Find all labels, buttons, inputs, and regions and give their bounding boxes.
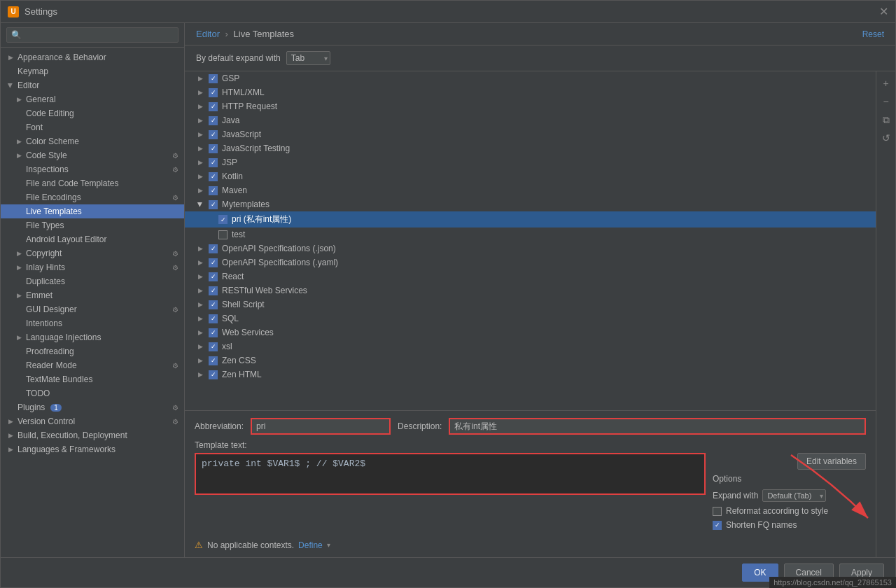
define-link[interactable]: Define xyxy=(298,540,323,550)
checkbox-zen-html[interactable] xyxy=(209,370,218,379)
tl-group-jst[interactable]: ▶ JavaScript Testing xyxy=(185,141,876,155)
tl-label-xsl: xsl xyxy=(222,342,232,351)
checkbox-maven[interactable] xyxy=(209,186,218,195)
checkbox-restful[interactable] xyxy=(209,286,218,295)
sidebar-item-file-code-templates[interactable]: File and Code Templates xyxy=(1,176,184,190)
checkbox-xsl[interactable] xyxy=(209,342,218,351)
checkbox-js[interactable] xyxy=(209,130,218,139)
expand-with-select-wrapper: Tab Enter Space xyxy=(286,51,330,65)
sidebar-item-keymap[interactable]: Keymap xyxy=(1,64,184,78)
search-input[interactable] xyxy=(6,27,178,43)
checkbox-test[interactable] xyxy=(218,230,227,239)
checkbox-webservices[interactable] xyxy=(209,328,218,337)
reformat-checkbox[interactable] xyxy=(713,507,722,516)
tl-group-react[interactable]: ▶ React xyxy=(185,270,876,284)
sidebar-item-gui-designer[interactable]: GUI Designer ⚙ xyxy=(1,302,184,316)
sidebar-item-textmate[interactable]: TextMate Bundles xyxy=(1,372,184,386)
tl-group-html[interactable]: ▶ HTML/XML xyxy=(185,85,876,99)
tl-group-js[interactable]: ▶ JavaScript xyxy=(185,127,876,141)
sidebar-item-intentions[interactable]: Intentions xyxy=(1,316,184,330)
sidebar-item-label: Keymap xyxy=(18,66,48,76)
sidebar-item-appearance[interactable]: ▶ Appearance & Behavior xyxy=(1,50,184,64)
abbreviation-input[interactable] xyxy=(251,418,391,435)
checkbox-java[interactable] xyxy=(209,116,218,125)
tree-arrow-font xyxy=(15,123,23,132)
sidebar-item-live-templates[interactable]: Live Templates xyxy=(1,204,184,218)
tl-group-jsp[interactable]: ▶ JSP xyxy=(185,155,876,169)
sidebar-item-label: Inspections xyxy=(26,164,69,174)
sidebar-item-version-control[interactable]: ▶ Version Control ⚙ xyxy=(1,414,184,428)
checkbox-html[interactable] xyxy=(209,88,218,97)
tl-item-pri[interactable]: pri (私有int属性) xyxy=(185,211,876,227)
tl-group-http[interactable]: ▶ HTTP Request xyxy=(185,99,876,113)
sidebar-item-inspections[interactable]: Inspections ⚙ xyxy=(1,162,184,176)
breadcrumb-parent[interactable]: Editor xyxy=(196,29,220,39)
sidebar-item-label: Duplicates xyxy=(26,276,65,286)
close-button[interactable]: ✕ xyxy=(879,5,888,18)
reset-button[interactable]: Reset xyxy=(862,29,884,39)
tl-group-zen-html[interactable]: ▶ Zen HTML xyxy=(185,368,876,382)
sidebar-item-reader-mode[interactable]: Reader Mode ⚙ xyxy=(1,358,184,372)
sidebar-item-color-scheme[interactable]: ▶ Color Scheme xyxy=(1,134,184,148)
checkbox-http[interactable] xyxy=(209,102,218,111)
sidebar-item-proofreading[interactable]: Proofreading xyxy=(1,344,184,358)
checkbox-pri[interactable] xyxy=(218,215,227,224)
sidebar-item-build[interactable]: ▶ Build, Execution, Deployment xyxy=(1,428,184,442)
expand-with-options-select[interactable]: Default (Tab) Tab Enter xyxy=(762,489,826,502)
tl-group-openapi-json[interactable]: ▶ OpenAPI Specifications (.json) xyxy=(185,241,876,255)
checkbox-gsp[interactable] xyxy=(209,74,218,83)
expand-with-select[interactable]: Tab Enter Space xyxy=(286,51,330,65)
tl-group-shell[interactable]: ▶ Shell Script xyxy=(185,298,876,312)
checkbox-jsp[interactable] xyxy=(209,158,218,167)
tl-group-sql[interactable]: ▶ SQL xyxy=(185,312,876,326)
remove-template-button[interactable]: − xyxy=(878,94,894,109)
checkbox-jst[interactable] xyxy=(209,144,218,153)
tl-group-webservices[interactable]: ▶ Web Services xyxy=(185,326,876,340)
tl-group-zen-css[interactable]: ▶ Zen CSS xyxy=(185,354,876,368)
checkbox-mytemplates[interactable] xyxy=(209,200,218,209)
tl-group-openapi-yaml[interactable]: ▶ OpenAPI Specifications (.yaml) xyxy=(185,255,876,270)
tl-group-kotlin[interactable]: ▶ Kotlin xyxy=(185,169,876,183)
tl-group-xsl[interactable]: ▶ xsl xyxy=(185,340,876,354)
edit-variables-button[interactable]: Edit variables xyxy=(797,453,866,470)
sidebar-item-language-injections[interactable]: ▶ Language Injections xyxy=(1,330,184,344)
sidebar-item-file-encodings[interactable]: File Encodings ⚙ xyxy=(1,190,184,204)
sidebar-item-copyright[interactable]: ▶ Copyright ⚙ xyxy=(1,246,184,260)
tl-label-openapi-json: OpenAPI Specifications (.json) xyxy=(222,244,336,253)
checkbox-sql[interactable] xyxy=(209,314,218,323)
sidebar-item-file-types[interactable]: File Types xyxy=(1,218,184,232)
sidebar-item-android-layout[interactable]: Android Layout Editor xyxy=(1,232,184,246)
copy-template-button[interactable]: ⧉ xyxy=(878,112,894,127)
sidebar-item-code-style[interactable]: ▶ Code Style ⚙ xyxy=(1,148,184,162)
sidebar-item-inlay-hints[interactable]: ▶ Inlay Hints ⚙ xyxy=(1,260,184,274)
checkbox-openapi-yaml[interactable] xyxy=(209,258,218,267)
restore-template-button[interactable]: ↺ xyxy=(878,130,894,146)
checkbox-zen-css[interactable] xyxy=(209,356,218,365)
shorten-row: Shorten FQ names xyxy=(713,520,866,530)
main-layout: ▶ Appearance & Behavior Keymap ▶ Editor … xyxy=(1,23,895,557)
tl-item-test[interactable]: test xyxy=(185,227,876,241)
tl-group-mytemplates[interactable]: ▶ Mytemplates xyxy=(185,197,876,211)
tl-group-java[interactable]: ▶ Java xyxy=(185,113,876,127)
checkbox-kotlin[interactable] xyxy=(209,172,218,181)
sidebar-item-languages[interactable]: ▶ Languages & Frameworks xyxy=(1,442,184,456)
tl-group-maven[interactable]: ▶ Maven xyxy=(185,183,876,197)
sidebar-item-emmet[interactable]: ▶ Emmet xyxy=(1,288,184,302)
tl-group-restful[interactable]: ▶ RESTful Web Services xyxy=(185,284,876,298)
checkbox-shell[interactable] xyxy=(209,300,218,309)
checkbox-openapi-json[interactable] xyxy=(209,244,218,253)
sidebar-item-duplicates[interactable]: Duplicates xyxy=(1,274,184,288)
sidebar-item-todo[interactable]: TODO xyxy=(1,386,184,400)
sidebar-item-editor[interactable]: ▶ Editor xyxy=(1,78,184,92)
template-text-input[interactable] xyxy=(195,453,706,495)
tl-arrow-webservices: ▶ xyxy=(196,329,204,336)
sidebar-item-font[interactable]: Font xyxy=(1,120,184,134)
checkbox-react[interactable] xyxy=(209,272,218,281)
sidebar-item-plugins[interactable]: Plugins 1 ⚙ xyxy=(1,400,184,414)
add-template-button[interactable]: + xyxy=(878,76,894,91)
tl-group-gsp[interactable]: ▶ GSP xyxy=(185,71,876,85)
sidebar-item-general[interactable]: ▶ General xyxy=(1,92,184,106)
sidebar-item-code-editing[interactable]: Code Editing xyxy=(1,106,184,120)
description-input[interactable] xyxy=(449,418,866,435)
shorten-checkbox[interactable] xyxy=(713,521,722,530)
